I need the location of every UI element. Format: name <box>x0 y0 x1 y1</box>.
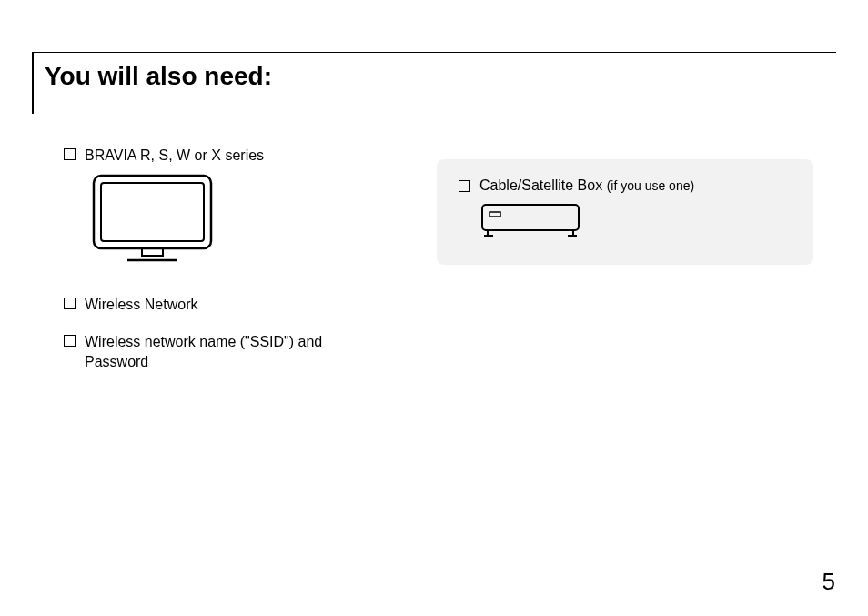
svg-rect-1 <box>101 183 204 241</box>
item-text-ssid: Wireless network name ("SSID") and Passw… <box>85 332 348 371</box>
checkbox-icon <box>64 298 76 309</box>
cable-box-suffix: (if you use one) <box>607 178 695 193</box>
page-number: 5 <box>823 568 835 596</box>
content-area: BRAVIA R, S, W or X series Wireless Netw… <box>55 146 813 377</box>
item-text-tv: BRAVIA R, S, W or X series <box>85 146 264 166</box>
item-text-cable-box: Cable/Satellite Box (if you use one) <box>479 177 694 194</box>
svg-rect-4 <box>482 205 579 230</box>
checklist-item-ssid: Wireless network name ("SSID") and Passw… <box>55 332 400 371</box>
svg-rect-5 <box>490 212 500 217</box>
checklist-item-wireless: Wireless Network <box>55 295 400 315</box>
cable-box-icon <box>480 203 792 243</box>
document-page: You will also need: BRAVIA R, S, W or X … <box>0 0 868 616</box>
checkbox-icon <box>459 180 470 192</box>
checkbox-icon <box>64 148 76 160</box>
optional-box: Cable/Satellite Box (if you use one) <box>437 159 813 265</box>
right-column: Cable/Satellite Box (if you use one) <box>437 146 813 377</box>
checklist-item-cable-box: Cable/Satellite Box (if you use one) <box>459 177 792 194</box>
tv-icon <box>91 173 400 268</box>
svg-rect-0 <box>94 176 211 248</box>
item-text-wireless: Wireless Network <box>85 295 197 315</box>
cable-box-label: Cable/Satellite Box <box>479 177 607 193</box>
title-container: You will also need: <box>32 53 272 114</box>
checkbox-icon <box>64 335 76 347</box>
section-title: You will also need: <box>45 62 272 91</box>
checklist-item-tv: BRAVIA R, S, W or X series <box>55 146 400 166</box>
left-column: BRAVIA R, S, W or X series Wireless Netw… <box>55 146 400 377</box>
